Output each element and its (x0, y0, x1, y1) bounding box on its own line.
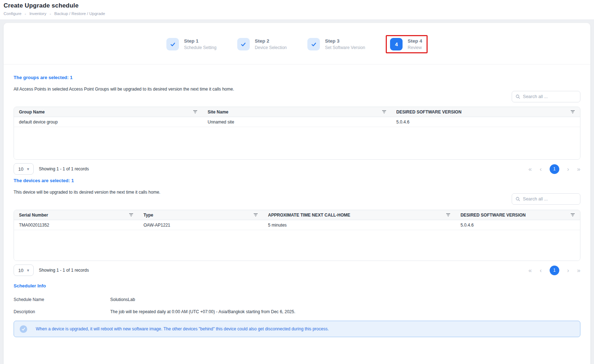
description-row: Description The job will be repeated dai… (14, 309, 580, 314)
last-page-icon[interactable]: » (577, 267, 580, 273)
page-header: Create Upgrade schedule Configure - Inve… (0, 0, 594, 19)
chevron-down-icon: ▼ (26, 268, 30, 272)
search-icon (516, 196, 520, 202)
cell-site-name: Unnamed site (203, 117, 391, 127)
groups-pagination-nav: « ‹ 1 › » (529, 164, 580, 174)
groups-section-title: The groups are selected: 1 (14, 75, 580, 80)
groups-page-size-select[interactable]: 10 ▼ (14, 163, 34, 175)
groups-section-subrow: All Access Points in selected Access Poi… (14, 87, 580, 102)
column-header-desired-software-version: DESIRED SOFTWARE VERSION (461, 213, 526, 218)
filter-icon[interactable] (382, 110, 386, 114)
next-page-icon[interactable]: › (567, 166, 569, 172)
devices-page-size-select[interactable]: 10 ▼ (14, 264, 34, 276)
column-header-serial-number: Serial Number (19, 213, 48, 218)
devices-table-empty-area (14, 230, 580, 261)
schedule-name-value: SolutionsLab (110, 297, 135, 302)
devices-pagination: 10 ▼ Showing 1 - 1 of 1 records « ‹ 1 › … (14, 264, 580, 276)
wizard-card: Step 1 Schedule Setting Step 2 Device Se… (4, 23, 590, 364)
check-icon (307, 38, 320, 50)
devices-records-summary: Showing 1 - 1 of 1 records (39, 268, 89, 273)
column-header-type: Type (143, 213, 153, 218)
current-page-button[interactable]: 1 (550, 266, 559, 275)
breadcrumb-separator: - (25, 11, 26, 16)
column-header-site-name: Site Name (208, 110, 228, 115)
cell-desired-software-version: 5.0.4.6 (391, 117, 580, 127)
step-3-label: Step 3 (325, 38, 365, 44)
step-4[interactable]: 4 Step 4 Review (390, 38, 422, 50)
column-header-group-name: Group Name (19, 110, 45, 115)
first-page-icon[interactable]: « (529, 166, 532, 172)
cell-approximate-time-next-call-home: 5 minutes (263, 220, 456, 230)
next-page-icon[interactable]: › (567, 267, 569, 273)
filter-icon[interactable] (446, 213, 451, 217)
groups-records-summary: Showing 1 - 1 of 1 records (39, 166, 89, 171)
step-1-label: Step 1 (184, 38, 216, 44)
page-size-value: 10 (18, 268, 23, 273)
devices-section-description: This device will be upgraded to its desi… (14, 190, 580, 195)
groups-table-header: Group Name Site Name DESIRED SOFTWARE VE… (14, 107, 580, 117)
description-value: The job will be repeated daily at 0:00 A… (110, 309, 295, 314)
page-size-value: 10 (18, 166, 23, 172)
filter-icon[interactable] (253, 213, 258, 217)
devices-section-title: The devices are selected: 1 (14, 178, 580, 183)
first-page-icon[interactable]: « (529, 267, 532, 273)
step-3-sublabel: Set Software Version (325, 45, 365, 50)
devices-table: Serial Number Type APPROXIMATE TIME NEXT… (14, 210, 580, 261)
groups-pagination: 10 ▼ Showing 1 - 1 of 1 records « ‹ 1 › … (14, 163, 580, 175)
filter-icon[interactable] (129, 213, 133, 217)
filter-icon[interactable] (570, 213, 575, 217)
step-2[interactable]: Step 2 Device Selection (237, 38, 287, 50)
groups-table-empty-area (14, 127, 580, 159)
schedule-name-row: Schedule Name SolutionsLab (14, 297, 580, 302)
schedule-name-label: Schedule Name (14, 297, 110, 302)
step-2-label: Step 2 (255, 38, 287, 44)
scheduler-info-title: Scheduler Info (14, 283, 580, 288)
breadcrumb-separator: - (50, 11, 51, 16)
info-check-icon (20, 325, 27, 333)
page-title: Create Upgrade schedule (4, 2, 590, 9)
devices-pagination-nav: « ‹ 1 › » (529, 266, 580, 275)
current-page-button[interactable]: 1 (550, 164, 559, 174)
devices-table-row[interactable]: TMA002011352 OAW-AP1221 5 minutes 5.0.4.… (14, 220, 580, 230)
column-header-desired-software-version: DESIRED SOFTWARE VERSION (396, 110, 462, 115)
devices-table-header: Serial Number Type APPROXIMATE TIME NEXT… (14, 210, 580, 220)
groups-search[interactable] (512, 91, 580, 102)
step-1[interactable]: Step 1 Schedule Setting (166, 38, 216, 50)
groups-table: Group Name Site Name DESIRED SOFTWARE VE… (14, 107, 580, 160)
filter-icon[interactable] (570, 110, 575, 114)
cell-group-name: default device group (14, 117, 203, 127)
column-header-approximate-time-next-call-home: APPROXIMATE TIME NEXT CALL-HOME (268, 213, 350, 218)
step-2-sublabel: Device Selection (255, 45, 287, 50)
previous-page-icon[interactable]: ‹ (540, 166, 542, 172)
breadcrumb-item-configure[interactable]: Configure (4, 11, 21, 16)
devices-search[interactable] (512, 193, 580, 205)
search-icon (516, 94, 520, 99)
cell-type: OAW-AP1221 (138, 220, 263, 230)
groups-section-description: All Access Points in selected Access Poi… (14, 87, 580, 92)
step-3[interactable]: Step 3 Set Software Version (307, 38, 365, 50)
previous-page-icon[interactable]: ‹ (540, 267, 542, 273)
step-4-number-icon: 4 (390, 38, 403, 50)
breadcrumb: Configure - Inventory - Backup / Restore… (4, 11, 590, 16)
breadcrumb-item-inventory[interactable]: Inventory (29, 11, 46, 16)
step-4-highlight-box: 4 Step 4 Review (386, 35, 428, 53)
step-4-sublabel: Review (408, 45, 422, 50)
cell-serial-number: TMA002011352 (14, 220, 138, 230)
devices-search-input[interactable] (523, 196, 576, 202)
step-4-label: Step 4 (408, 38, 422, 44)
check-icon (166, 38, 179, 50)
devices-section-subrow: This device will be upgraded to its desi… (14, 190, 580, 205)
description-label: Description (14, 309, 110, 314)
chevron-down-icon: ▼ (26, 167, 30, 171)
last-page-icon[interactable]: » (577, 166, 580, 172)
groups-table-row[interactable]: default device group Unnamed site 5.0.4.… (14, 117, 580, 127)
wizard-steps: Step 1 Schedule Setting Step 2 Device Se… (4, 23, 590, 64)
breadcrumb-item-backup-restore-upgrade[interactable]: Backup / Restore / Upgrade (54, 11, 105, 16)
upgrade-warning-banner: When a device is upgraded, it will reboo… (14, 321, 580, 337)
cell-desired-software-version: 5.0.4.6 (456, 220, 580, 230)
filter-icon[interactable] (193, 110, 198, 114)
groups-search-input[interactable] (523, 94, 576, 99)
check-icon (237, 38, 250, 50)
step-1-sublabel: Schedule Setting (184, 45, 216, 50)
warning-banner-text: When a device is upgraded, it will reboo… (36, 326, 329, 331)
